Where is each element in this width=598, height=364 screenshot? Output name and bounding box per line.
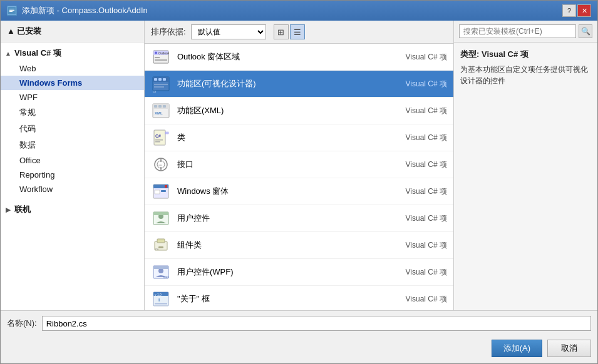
sort-label: 排序依据: <box>151 26 186 38</box>
sort-select[interactable]: 默认值 名称 类型 <box>191 24 266 39</box>
tree-child-label: Office <box>18 155 144 166</box>
list-item[interactable]: v 1.0 i "关于" 框 Visual C# 项 <box>145 286 453 310</box>
svg-rect-43 <box>157 239 165 243</box>
svg-rect-1 <box>9 9 14 9</box>
item-icon: ◦◦◦ <box>151 154 171 174</box>
tree-item-winforms[interactable]: Windows Forms <box>1 76 144 90</box>
svg-text:C#: C# <box>155 134 161 138</box>
item-name: 接口 <box>177 159 391 170</box>
item-name: 用户控件 <box>177 213 391 224</box>
grid-view-btn[interactable]: ⊞ <box>274 24 289 39</box>
item-icon: C# <box>151 74 171 94</box>
tree-child-label: 常规 <box>18 106 144 119</box>
tree-item-reporting[interactable]: Reporting <box>1 168 144 182</box>
close-button[interactable]: ✕ <box>577 4 591 17</box>
expand-icon: ▲ <box>3 50 13 57</box>
list-item[interactable]: Outlook Outlook 窗体区域 Visual C# 项 <box>145 44 453 71</box>
item-name: "关于" 框 <box>177 293 391 305</box>
tree-child-label: Web <box>18 63 144 74</box>
item-icon <box>151 181 171 201</box>
list-item[interactable]: WPF 用户控件(WPF) Visual C# 项 <box>145 259 453 286</box>
item-type: Visual C# 项 <box>397 294 447 305</box>
svg-rect-27 <box>155 139 163 141</box>
tree-root-csharp[interactable]: ▲ Visual C# 项 <box>1 45 144 61</box>
tree-online-label: 联机 <box>13 203 144 216</box>
tree-item-data[interactable]: 数据 <box>1 137 144 153</box>
main-content: ▲ 已安装 ▲ Visual C# 项 Web Windows Forms WP… <box>1 21 597 310</box>
cancel-button[interactable]: 取消 <box>547 340 591 357</box>
tree-child-label: Windows Forms <box>18 78 144 88</box>
item-icon: C# <box>151 235 171 255</box>
name-row: 名称(N): <box>1 311 597 336</box>
title-bar: 添加新项 - Compass.OutlookAddIn ? ✕ <box>1 1 597 21</box>
list-item[interactable]: Windows 窗体 Visual C# 项 <box>145 178 453 205</box>
svg-text:v 1.0: v 1.0 <box>155 293 162 296</box>
item-name: 用户控件(WPF) <box>177 266 391 278</box>
list-item[interactable]: ◦◦◦ 接口 Visual C# 项 <box>145 151 453 178</box>
dialog-title: 添加新项 - Compass.OutlookAddIn <box>22 5 148 16</box>
tree-online[interactable]: ▶ 联机 <box>1 201 144 218</box>
svg-rect-8 <box>155 57 160 58</box>
item-type: Visual C# 项 <box>397 159 447 170</box>
list-item[interactable]: XML 功能区(XML) Visual C# 项 <box>145 98 453 124</box>
dialog-icon <box>7 6 17 16</box>
item-type: Visual C# 项 <box>397 106 447 116</box>
tree-child-label: 代码 <box>18 123 144 135</box>
item-icon <box>151 208 171 228</box>
installed-header: ▲ 已安装 <box>1 21 144 43</box>
item-icon: WPF <box>151 262 171 282</box>
svg-text:C#: C# <box>155 248 159 251</box>
tree-item-office[interactable]: Office <box>1 153 144 168</box>
svg-text:◦◦◦: ◦◦◦ <box>158 163 162 167</box>
tree-item-general[interactable]: 常规 <box>1 104 144 121</box>
svg-rect-15 <box>154 84 168 85</box>
svg-text:C#: C# <box>153 90 157 93</box>
svg-rect-14 <box>163 78 166 81</box>
add-button[interactable]: 添加(A) <box>492 340 542 357</box>
svg-rect-16 <box>154 86 164 88</box>
list-item[interactable]: C# 功能区(可视化设计器) Visual C# 项 <box>145 71 453 98</box>
info-type-label: 类型: Visual C# 项 <box>460 49 591 60</box>
right-panel: 🔍 类型: Visual C# 项 为基本功能区自定义项任务提供可视化设计器的控… <box>453 21 597 310</box>
svg-rect-2 <box>9 10 14 11</box>
item-name: 功能区(可视化设计器) <box>177 78 391 89</box>
search-input[interactable] <box>459 24 576 38</box>
list-view-btn[interactable]: ☰ <box>290 24 305 39</box>
list-item[interactable]: C# 类 Visual C# 项 <box>145 124 453 151</box>
item-type: Visual C# 项 <box>397 52 447 63</box>
tree-child-label: Workflow <box>18 184 144 195</box>
item-name: Windows 窗体 <box>177 186 391 197</box>
item-type: Visual C# 项 <box>397 79 447 89</box>
name-label: 名称(N): <box>7 318 37 329</box>
tree-item-web[interactable]: Web <box>1 61 144 76</box>
list-item[interactable]: 用户控件 Visual C# 项 <box>145 205 453 232</box>
items-list: Outlook Outlook 窗体区域 Visual C# 项 <box>145 44 453 310</box>
item-icon: v 1.0 i <box>151 289 171 309</box>
tree-item-wpf[interactable]: WPF <box>1 90 144 104</box>
svg-rect-44 <box>158 246 163 248</box>
tree-item-code[interactable]: 代码 <box>1 121 144 137</box>
title-bar-left: 添加新项 - Compass.OutlookAddIn <box>7 5 148 16</box>
button-row: 添加(A) 取消 <box>1 336 597 363</box>
svg-rect-28 <box>155 141 160 143</box>
item-type: Visual C# 项 <box>397 240 447 251</box>
item-icon: XML <box>151 101 171 121</box>
item-name: Outlook 窗体区域 <box>177 51 391 63</box>
bottom-area: 名称(N): 添加(A) 取消 <box>1 310 597 363</box>
tree-child-label: WPF <box>18 92 144 103</box>
search-button[interactable]: 🔍 <box>579 24 592 38</box>
item-type: Visual C# 项 <box>397 133 447 143</box>
sort-bar: 排序依据: 默认值 名称 类型 ⊞ ☰ <box>145 21 453 44</box>
help-button[interactable]: ? <box>562 4 576 17</box>
tree-item-workflow[interactable]: Workflow <box>1 182 144 196</box>
item-type: Visual C# 项 <box>397 267 447 278</box>
svg-rect-36 <box>165 185 167 188</box>
list-item[interactable]: C# 组件类 Visual C# 项 <box>145 232 453 259</box>
tree-child-label: Reporting <box>18 169 144 180</box>
svg-text:i: i <box>158 297 160 303</box>
svg-rect-3 <box>9 11 13 12</box>
name-input[interactable] <box>42 316 591 331</box>
svg-rect-12 <box>154 78 157 81</box>
item-icon: C# <box>151 128 171 148</box>
item-name: 组件类 <box>177 240 391 251</box>
